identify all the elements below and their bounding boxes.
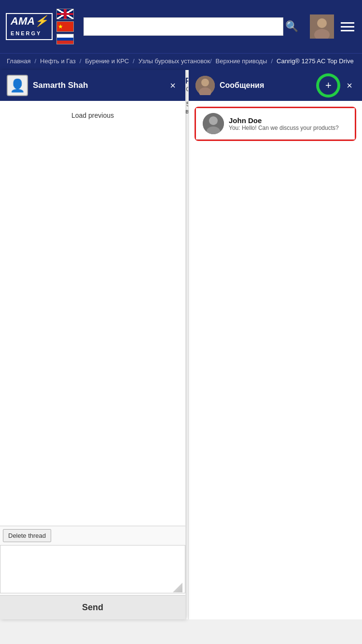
chat-footer: Delete thread Send [0,526,185,619]
thread-name: John Doe [229,116,339,125]
thread-info: John Doe You: Hello! Can we discuss your… [229,116,339,131]
person-icon: 👤 [10,78,25,93]
nav-item-canrig[interactable]: Canrig® 1275 AC Top Drive [277,57,354,66]
flags: ★ [56,9,74,44]
nav-item-home[interactable]: Главная [7,57,30,66]
nav-sep: / [210,57,212,66]
content-wrapper: Учётная запись Персональная Информация C… [0,70,362,619]
send-button[interactable]: Send [0,595,185,619]
lightning-icon: ⚡ [35,15,48,27]
nav-item-drives[interactable]: Верхние приводы [216,57,267,66]
chat-close-button[interactable]: × [344,79,355,92]
svg-point-9 [201,79,209,86]
hamburger-button[interactable] [339,20,356,33]
left-chat-username: Samarth Shah [33,81,162,90]
chat-panel: Сообщения + × John Doe [188,70,362,619]
nav-item-drilling[interactable]: Бурение и КРС [85,57,129,66]
left-chat-messages: Load previous [0,101,185,526]
nav-sep: / [80,57,82,66]
logo: AMA⚡ ENERGY [6,13,53,40]
thread-preview: You: Hello! Can we discuss your products… [229,125,339,131]
flag-cn[interactable]: ★ [56,21,74,32]
thread-avatar [203,113,224,134]
input-wrapper [0,545,185,595]
hamburger-line [341,30,354,31]
left-chat-panel: 👤 Samarth Shah × Load previous Delete th… [0,70,186,619]
nav-sep: / [133,57,135,66]
hamburger-line [341,26,354,28]
svg-point-1 [317,18,327,28]
thread-item-john[interactable]: John Doe You: Hello! Can we discuss your… [196,108,355,140]
nav-item-oil[interactable]: Нефть и Газ [40,57,76,66]
search-area: 🔍 [84,17,300,36]
flag-uk[interactable] [56,9,74,19]
left-chat-avatar: 👤 [7,75,28,96]
chat-header: Сообщения + × [189,70,362,101]
nav-sep: / [34,57,36,66]
flag-ru[interactable] [56,34,74,44]
nav-sep: / [271,57,273,66]
plus-icon: + [325,79,332,92]
chat-header-avatar [195,76,215,95]
load-previous-button[interactable]: Load previous [7,108,179,123]
chat-panel-title: Сообщения [220,81,313,90]
logo-area: AMA⚡ ENERGY ★ [6,9,74,44]
message-input[interactable] [0,545,185,593]
thread-highlight: John Doe You: Hello! Can we discuss your… [195,107,356,141]
delete-thread-button[interactable]: Delete thread [3,529,51,542]
new-chat-button[interactable]: + [318,75,339,96]
nav-bar: Главная / Нефть и Газ / Бурение и КРС / … [0,53,362,70]
svg-point-12 [209,116,218,125]
nav-item-nodes[interactable]: Узлы буровых установок [139,57,210,66]
hamburger-line [341,22,354,24]
search-input[interactable] [84,17,283,36]
left-chat-close-button[interactable]: × [167,79,179,92]
search-button[interactable]: 🔍 [283,18,300,35]
thread-list: John Doe You: Hello! Can we discuss your… [189,101,362,147]
header: AMA⚡ ENERGY ★ 🔍 [0,0,362,53]
left-chat-header: 👤 Samarth Shah × [0,70,185,101]
avatar[interactable] [310,14,334,39]
